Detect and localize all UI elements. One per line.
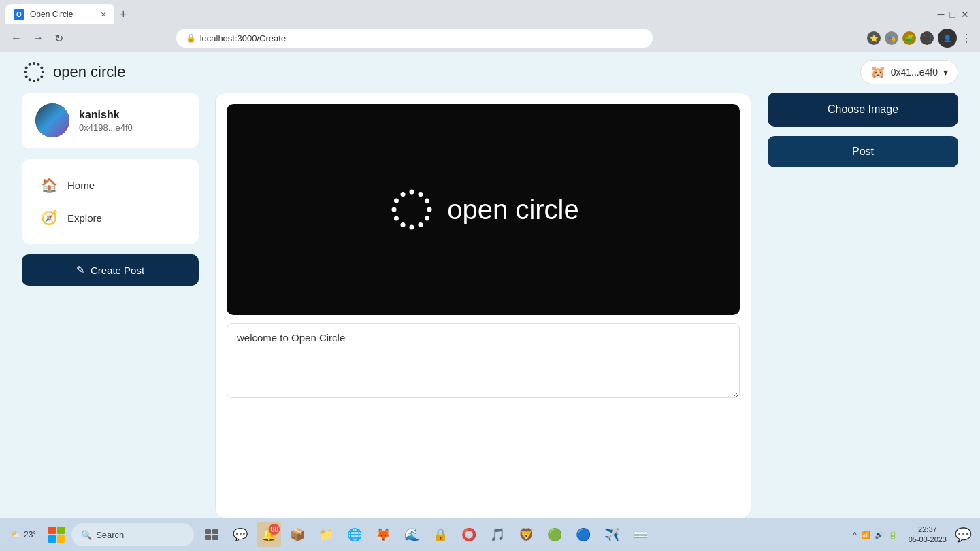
close-window-button[interactable]: ✕ [961, 9, 969, 20]
clock-date: 05-03-2023 [909, 535, 947, 545]
svg-point-19 [401, 222, 406, 227]
taskbar-dropbox-icon[interactable]: 📦 [285, 522, 310, 547]
svg-rect-26 [205, 535, 211, 540]
taskbar: ⛅ 23° 🔍 Search 💬 🔔 88 📦 📁 🌐 🦊 🌊 🔒 ⭕ 🎵 🦁 [0, 518, 980, 551]
taskbar-vscode-icon[interactable]: ⌨️ [628, 522, 653, 547]
taskbar-chrome-icon[interactable]: 🌐 [342, 522, 367, 547]
create-post-label: Create Post [91, 265, 144, 276]
wallet-button[interactable]: 🐹 0x41...e4f0 ▾ [860, 60, 958, 84]
svg-rect-24 [205, 529, 211, 534]
taskbar-chromium-icon[interactable]: 🔵 [571, 522, 595, 547]
ext-icon-4[interactable]: ⬛ [920, 31, 934, 45]
clock-time: 22:37 [918, 524, 937, 535]
menu-dots-icon[interactable]: ⋮ [961, 32, 972, 45]
logo-area: open circle [22, 60, 125, 84]
svg-point-6 [33, 80, 35, 82]
sidebar-item-explore[interactable]: 🧭 Explore [35, 203, 185, 233]
notifications-icon[interactable]: 💬 [952, 527, 975, 543]
active-tab[interactable]: O Open Circle × [5, 4, 114, 24]
taskbar-podcast-icon[interactable]: 🎵 [485, 522, 510, 547]
taskbar-firefox-icon[interactable]: 🦊 [371, 522, 395, 547]
extension-icons: ⭐ 🎭 🧩 ⬛ 👤 ⋮ [867, 29, 972, 48]
window-controls: ─ □ ✕ [938, 9, 975, 20]
ext-icon-1[interactable]: ⭐ [867, 31, 881, 45]
sidebar-item-home[interactable]: 🏠 Home [35, 170, 185, 200]
minimize-button[interactable]: ─ [938, 9, 945, 20]
svg-point-14 [425, 199, 429, 203]
main-layout: kanishk 0x4198...e4f0 🏠 Home 🧭 Explore ✎… [0, 93, 980, 518]
svg-point-3 [42, 71, 44, 73]
svg-point-5 [37, 78, 40, 81]
weather-icon: ⛅ [11, 530, 21, 539]
system-tray: ^ 📶 🔊 🔋 [848, 531, 903, 539]
post-image-logo-text: open circle [447, 195, 578, 225]
maximize-button[interactable]: □ [950, 9, 956, 20]
taskbar-brave-icon[interactable]: 🦁 [514, 522, 538, 547]
post-button[interactable]: Post [768, 136, 958, 167]
start-button[interactable] [44, 522, 69, 547]
reload-button[interactable]: ↻ [52, 29, 66, 48]
tray-arrow-icon[interactable]: ^ [853, 531, 857, 539]
post-image-logo: open circle [387, 185, 578, 234]
back-button[interactable]: ← [8, 29, 24, 47]
url-text: localhost:3000/Create [200, 33, 286, 44]
windows-logo-icon [48, 527, 65, 543]
tab-favicon: O [14, 9, 24, 20]
svg-point-21 [392, 207, 397, 212]
create-post-button[interactable]: ✎ Create Post [22, 254, 199, 286]
user-wallet-address: 0x4198...e4f0 [79, 122, 133, 133]
taskbar-telegram-icon[interactable]: ✈️ [600, 522, 624, 547]
profile-avatar-icon[interactable]: 👤 [938, 29, 957, 48]
create-post-icon: ✎ [76, 264, 85, 276]
svg-point-9 [24, 71, 27, 73]
taskbar-notification-icon[interactable]: 🔔 88 [257, 522, 281, 547]
taskbar-edge-icon[interactable]: 🌊 [399, 522, 424, 547]
network-icon[interactable]: 📶 [861, 531, 870, 539]
taskbar-taskview-icon[interactable] [199, 522, 224, 547]
temperature: 23° [24, 530, 36, 539]
battery-icon[interactable]: 🔋 [888, 531, 898, 539]
svg-point-1 [37, 63, 40, 66]
taskbar-right: ^ 📶 🔊 🔋 22:37 05-03-2023 💬 [848, 524, 975, 546]
new-tab-button[interactable]: + [120, 7, 127, 22]
taskbar-opera-icon[interactable]: ⭕ [457, 522, 481, 547]
volume-icon[interactable]: 🔊 [875, 531, 884, 539]
wallet-address: 0x41...e4f0 [891, 67, 938, 78]
choose-image-button[interactable]: Choose Image [768, 93, 958, 127]
svg-point-20 [394, 216, 399, 221]
post-image-area: open circle [227, 104, 740, 315]
taskbar-app-icons: 💬 🔔 88 📦 📁 🌐 🦊 🌊 🔒 ⭕ 🎵 🦁 🟢 🔵 ✈️ ⌨️ [199, 522, 653, 547]
svg-point-23 [401, 192, 406, 197]
sidebar: kanishk 0x4198...e4f0 🏠 Home 🧭 Explore ✎… [22, 93, 199, 518]
taskbar-app1-icon[interactable]: 🔒 [428, 522, 453, 547]
tab-close-button[interactable]: × [101, 9, 106, 20]
top-navbar: open circle 🐹 0x41...e4f0 ▾ [0, 52, 980, 93]
svg-rect-25 [212, 529, 218, 534]
taskbar-search-label: Search [96, 530, 124, 540]
taskbar-search-bar[interactable]: 🔍 Search [71, 523, 194, 546]
app-content: open circle 🐹 0x41...e4f0 ▾ kanishk 0x41… [0, 52, 980, 518]
svg-point-2 [40, 67, 43, 69]
sidebar-item-home-label: Home [67, 180, 95, 191]
username: kanishk [79, 109, 133, 121]
url-bar[interactable]: 🔒 localhost:3000/Create [176, 29, 653, 48]
ext-icon-3[interactable]: 🧩 [902, 31, 916, 45]
svg-point-16 [425, 216, 429, 221]
tab-bar: O Open Circle × + ─ □ ✕ [0, 0, 980, 24]
weather-widget: ⛅ 23° [5, 530, 42, 539]
nav-card: 🏠 Home 🧭 Explore [22, 159, 199, 244]
system-clock[interactable]: 22:37 05-03-2023 [909, 524, 947, 546]
svg-point-18 [410, 225, 414, 230]
svg-point-13 [419, 192, 423, 197]
forward-button[interactable]: → [30, 29, 46, 47]
svg-rect-27 [212, 535, 218, 540]
taskbar-teams-icon[interactable]: 💬 [228, 522, 252, 547]
post-textarea[interactable] [227, 323, 740, 398]
taskbar-chrome2-icon[interactable]: 🟢 [542, 522, 567, 547]
svg-point-17 [419, 222, 423, 227]
wallet-icon: 🐹 [870, 65, 885, 80]
lock-icon: 🔒 [186, 33, 196, 43]
ext-icon-2[interactable]: 🎭 [885, 31, 898, 45]
svg-point-12 [410, 190, 414, 195]
taskbar-folder-icon[interactable]: 📁 [314, 522, 338, 547]
